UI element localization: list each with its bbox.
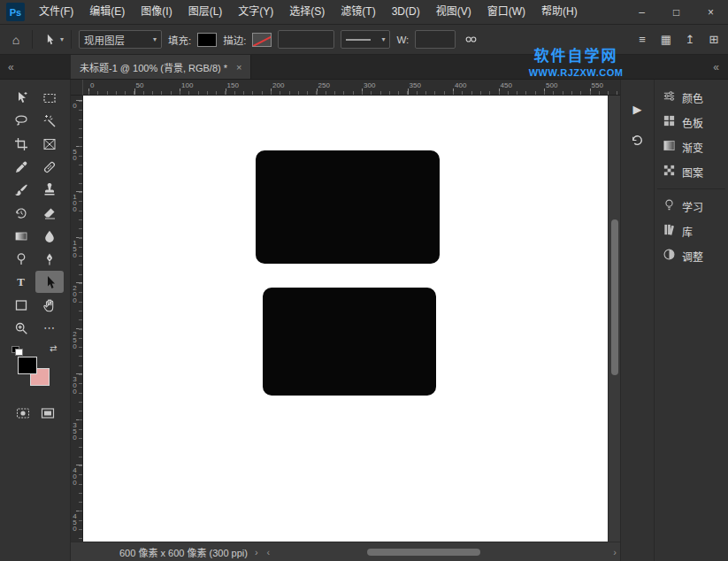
- gradient-tool[interactable]: [7, 225, 35, 247]
- minimize-button[interactable]: –: [625, 0, 659, 24]
- canvas-shape: [263, 288, 436, 396]
- home-icon[interactable]: ⌂: [7, 34, 25, 46]
- tab-close-icon[interactable]: ×: [236, 62, 241, 73]
- select-mode-combo[interactable]: 现用图层 ▾: [79, 30, 162, 49]
- healing-brush-tool[interactable]: [35, 156, 64, 178]
- menu-item-5[interactable]: 文字(Y): [230, 0, 281, 24]
- panel-button-adjustments-panel[interactable]: 调整: [655, 243, 728, 268]
- stroke-label: 描边:: [223, 33, 246, 47]
- panel-button-patterns-panel[interactable]: 图案: [655, 159, 728, 184]
- menu-item-9[interactable]: 视图(V): [428, 0, 479, 24]
- zoom-tool[interactable]: [7, 317, 35, 339]
- ruler-tick: [76, 100, 82, 101]
- path-selection-tool[interactable]: [35, 271, 64, 293]
- edit-toolbar-icon[interactable]: ⋯: [35, 317, 64, 339]
- ruler-label: 150: [227, 81, 239, 89]
- quick-mask-icon[interactable]: [16, 406, 30, 424]
- options-menu-icon[interactable]: ≡: [635, 34, 649, 45]
- panel-collapse-button[interactable]: «: [713, 55, 728, 79]
- ruler-tick: [590, 88, 591, 95]
- move-tool[interactable]: [7, 87, 35, 109]
- dodge-tool[interactable]: [7, 248, 35, 270]
- type-tool[interactable]: T: [7, 271, 35, 293]
- history-panel-icon[interactable]: [630, 133, 645, 151]
- stroke-color-swatch[interactable]: [252, 33, 272, 47]
- ruler-tick: [76, 419, 82, 420]
- ruler-label: 50: [71, 148, 79, 160]
- panel-label: 学习: [682, 199, 703, 214]
- lasso-tool[interactable]: [7, 110, 35, 132]
- menu-item-7[interactable]: 滤镜(T): [333, 0, 383, 24]
- panel-button-gradients-panel[interactable]: 渐变: [655, 134, 728, 159]
- tool-preset-button[interactable]: ▾: [40, 34, 64, 45]
- screen-mode-icon[interactable]: [41, 406, 55, 424]
- switch-colors-icon[interactable]: ⇄: [50, 343, 57, 353]
- brush-tool[interactable]: [7, 179, 35, 201]
- menu-item-11[interactable]: 帮助(H): [533, 0, 586, 24]
- separator: [32, 30, 33, 49]
- frame-tool[interactable]: [35, 133, 64, 155]
- rectangle-tool[interactable]: [7, 294, 35, 316]
- link-dimensions-icon[interactable]: [462, 33, 479, 46]
- panel-button-color-panel[interactable]: 颜色: [655, 85, 728, 110]
- blur-tool[interactable]: [35, 225, 64, 247]
- vertical-scrollbar[interactable]: [608, 96, 620, 542]
- horizontal-ruler: 050100150200250300350400450500550: [83, 80, 620, 96]
- menu-item-4[interactable]: 图层(L): [180, 0, 231, 24]
- panel-label: 图案: [682, 165, 703, 180]
- horizontal-scrollbar-thumb[interactable]: [367, 549, 480, 556]
- menu-item-8[interactable]: 3D(D): [384, 0, 428, 24]
- eyedropper-tool[interactable]: [7, 156, 35, 178]
- pen-tool[interactable]: [35, 248, 64, 270]
- stroke-style-combo[interactable]: ▾: [341, 30, 390, 49]
- menu-item-10[interactable]: 窗口(W): [479, 0, 533, 24]
- ruler-label: 400: [455, 81, 466, 89]
- window-controls: –□×: [625, 0, 728, 24]
- actions-panel-icon[interactable]: ▶: [633, 101, 642, 117]
- ruler-tick: [180, 88, 180, 95]
- stroke-width-field[interactable]: [278, 30, 334, 49]
- ruler-tick: [317, 88, 318, 95]
- default-colors-icon[interactable]: [11, 346, 23, 356]
- width-field[interactable]: [415, 30, 456, 49]
- panel-button-libraries-panel[interactable]: 库: [655, 219, 728, 243]
- panel-box-icon[interactable]: ⊞: [707, 34, 721, 45]
- path-select-tool-icon: [40, 34, 57, 45]
- crop-tool[interactable]: [7, 133, 35, 155]
- ruler-label: 100: [71, 193, 79, 211]
- document-tab[interactable]: 未标题-1 @ 100% (背景, RGB/8) * ×: [71, 55, 251, 79]
- panel-button-swatches-panel[interactable]: 色板: [655, 110, 728, 134]
- toolbar-collapse-button[interactable]: «: [0, 55, 71, 79]
- panel-button-learn-panel[interactable]: 学习: [655, 194, 728, 219]
- select-mode-value: 现用图层: [84, 33, 125, 47]
- fill-color-swatch[interactable]: [197, 33, 217, 47]
- canvas[interactable]: [83, 96, 608, 542]
- eraser-tool[interactable]: [35, 202, 64, 224]
- foreground-color-swatch[interactable]: [18, 357, 37, 374]
- vertical-scrollbar-thumb[interactable]: [611, 219, 618, 375]
- dock-up-icon[interactable]: ↥: [683, 34, 697, 45]
- history-brush-tool[interactable]: [7, 202, 35, 224]
- scroll-left-icon[interactable]: ‹: [267, 546, 271, 558]
- maximize-button[interactable]: □: [659, 0, 694, 24]
- ruler-tick: [408, 88, 409, 95]
- canvas-row: 050100150200250300350400450: [71, 96, 620, 542]
- menu-item-1[interactable]: 文件(F): [31, 0, 81, 24]
- ruler-label: 450: [501, 81, 512, 89]
- workspace-grid-icon[interactable]: ▦: [659, 34, 673, 45]
- status-expand-icon[interactable]: ›: [255, 547, 258, 557]
- menu-item-2[interactable]: 编辑(E): [81, 0, 133, 24]
- menu-item-3[interactable]: 图像(I): [133, 0, 180, 24]
- scroll-right-icon[interactable]: ›: [613, 546, 617, 558]
- close-button[interactable]: ×: [694, 0, 728, 24]
- ruler-tick: [76, 146, 82, 147]
- menu-item-6[interactable]: 选择(S): [281, 0, 333, 24]
- marquee-tool[interactable]: [35, 87, 64, 109]
- libraries-panel-icon: [663, 223, 676, 239]
- ruler-label: 200: [272, 81, 284, 89]
- panel-label: 渐变: [682, 140, 703, 155]
- hand-tool[interactable]: [35, 294, 64, 316]
- magic-wand-tool[interactable]: [35, 110, 64, 132]
- horizontal-scrollbar[interactable]: ‹ ›: [265, 542, 618, 561]
- clone-stamp-tool[interactable]: [35, 179, 64, 201]
